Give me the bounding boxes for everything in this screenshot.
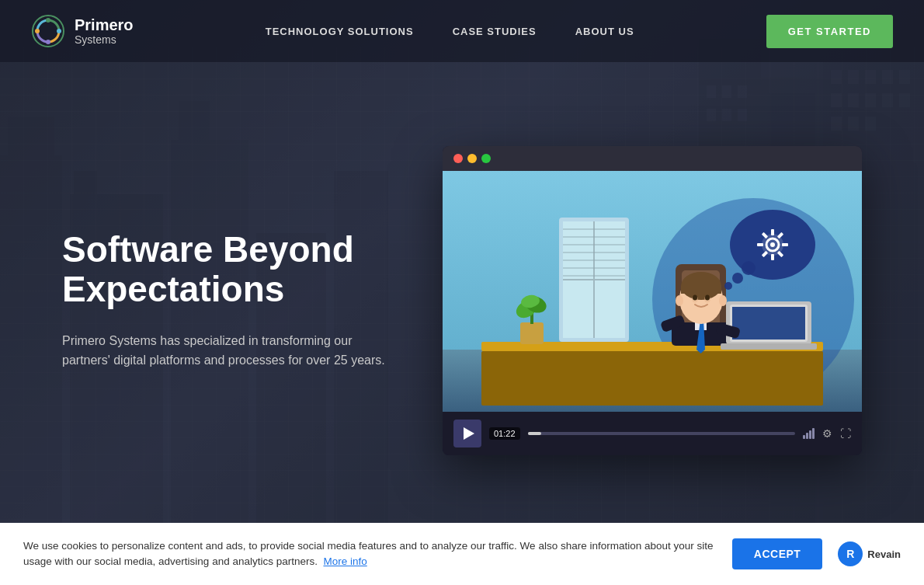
volume-bar-3 [809,430,811,439]
svg-rect-79 [771,254,774,260]
svg-point-71 [724,282,732,290]
revain-text: Revain [867,548,901,560]
logo[interactable]: Primero Systems [31,14,134,48]
navigation: Primero Systems TECHNOLOGY SOLUTIONS CAS… [0,0,924,62]
window-minimize-dot[interactable] [467,154,477,163]
svg-point-35 [35,29,40,33]
cookie-more-info-link[interactable]: More info [323,555,366,567]
nav-case-studies[interactable]: CASE STUDIES [453,26,537,37]
logo-icon [31,14,65,48]
svg-rect-64 [681,286,721,294]
window-close-dot[interactable] [453,154,463,163]
svg-rect-78 [771,229,774,235]
svg-point-67 [693,294,697,300]
hero-left: Software Beyond Expectations Primero Sys… [62,230,419,370]
cookie-accept-button[interactable]: ACCEPT [732,538,823,569]
logo-name: Primero [75,16,134,33]
video-timestamp: 01:22 [489,427,520,440]
svg-point-69 [676,295,683,306]
nav-about-us[interactable]: ABOUT US [575,26,634,37]
video-progress-fill [528,432,541,435]
svg-point-34 [46,40,50,44]
fullscreen-icon[interactable]: ⛶ [840,427,851,440]
video-progress-bar[interactable] [528,432,795,435]
volume-bar-1 [803,435,805,439]
cookie-message: We use cookies to personalize content an… [23,538,717,570]
video-player: 01:22 ⚙ ⛶ [443,146,862,455]
svg-point-32 [46,18,50,23]
play-icon [464,427,474,440]
svg-point-68 [705,294,710,300]
volume-bar-4 [812,428,815,439]
logo-sub: Systems [75,33,134,46]
hero-title: Software Beyond Expectations [62,230,419,308]
cookie-bar: We use cookies to personalize content an… [0,523,924,585]
video-scene-svg [443,171,862,412]
svg-point-72 [732,273,743,284]
svg-point-77 [770,242,775,247]
cookie-message-text: We use cookies to personalize content an… [23,540,714,567]
svg-point-33 [57,29,61,33]
svg-point-70 [719,295,727,306]
video-wrapper: 01:22 ⚙ ⛶ [443,146,862,455]
nav-links: TECHNOLOGY SOLUTIONS CASE STUDIES ABOUT … [266,26,634,37]
svg-rect-80 [782,243,788,246]
logo-text: Primero Systems [75,16,134,46]
svg-rect-52 [520,322,544,344]
video-controls: 01:22 ⚙ ⛶ [443,412,862,455]
play-button[interactable] [453,420,481,447]
nav-technology-solutions[interactable]: TECHNOLOGY SOLUTIONS [266,26,414,37]
settings-icon[interactable]: ⚙ [822,427,832,440]
svg-rect-89 [721,343,817,350]
volume-bar-2 [806,433,808,439]
hero-description: Primero Systems has specialized in trans… [62,331,388,371]
volume-indicator [803,428,815,439]
video-screen[interactable] [443,171,862,412]
hero-section: Software Beyond Expectations Primero Sys… [0,62,924,523]
revain-logo: R Revain [838,541,901,566]
svg-rect-51 [481,351,823,406]
svg-rect-81 [757,243,763,246]
revain-icon: R [838,541,863,566]
svg-rect-88 [732,307,805,340]
get-started-button[interactable]: GET STARTED [766,15,893,48]
video-titlebar [443,146,862,171]
window-maximize-dot[interactable] [481,154,491,163]
